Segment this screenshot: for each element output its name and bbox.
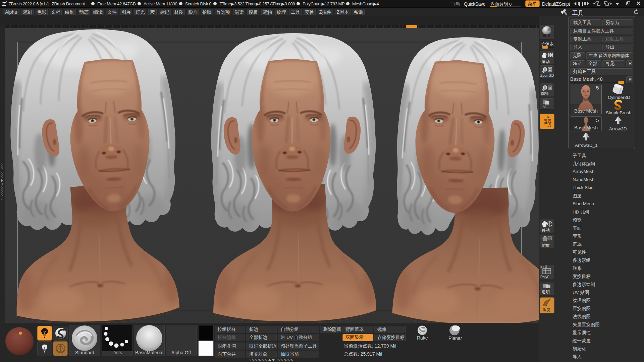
svg-text:x1: x1: [549, 86, 552, 89]
